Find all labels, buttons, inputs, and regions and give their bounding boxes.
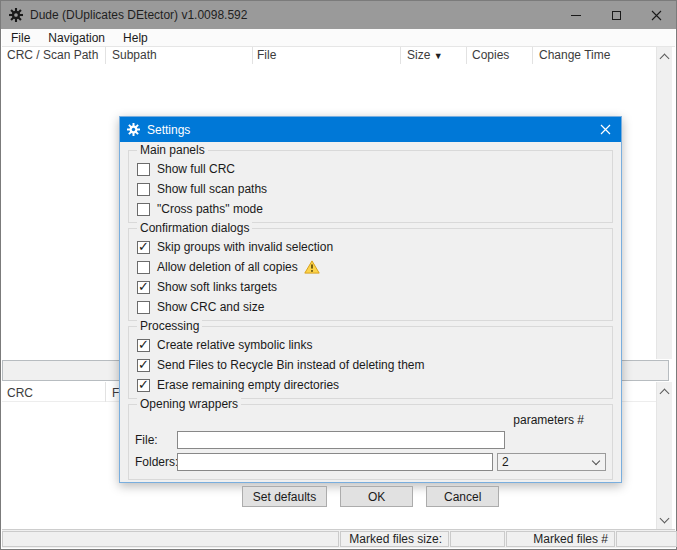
- settings-dialog: Settings Main panels Show full CRC Show …: [119, 116, 622, 483]
- cancel-button[interactable]: Cancel: [426, 486, 499, 507]
- ok-button[interactable]: OK: [340, 486, 413, 507]
- app-gear-icon: [9, 8, 23, 22]
- file-wrapper-input[interactable]: [177, 431, 505, 449]
- checkbox-row-symbolic-links[interactable]: Create relative symbolic links: [135, 335, 606, 355]
- checkbox-row-show-crc-size[interactable]: Show CRC and size: [135, 297, 606, 317]
- scroll-up-icon[interactable]: [660, 389, 670, 399]
- marked-files-size-value: [450, 531, 505, 547]
- checkbox-row-soft-links[interactable]: Show soft links targets: [135, 277, 606, 297]
- close-icon: [600, 124, 611, 135]
- maximize-button[interactable]: [596, 1, 636, 29]
- dialog-buttons: Set defaults OK Cancel: [128, 486, 613, 507]
- folders-params-value: 2: [502, 455, 509, 469]
- settings-gear-icon: [127, 123, 140, 136]
- group-title: Opening wrappers: [137, 398, 241, 411]
- checkbox-label: Show full CRC: [157, 162, 235, 176]
- col-crc-scan-path[interactable]: CRC / Scan Path: [7, 48, 98, 62]
- chevron-down-icon: [592, 456, 600, 464]
- dialog-close-button[interactable]: [589, 117, 621, 142]
- group-main-panels: Main panels Show full CRC Show full scan…: [128, 150, 613, 223]
- checkbox-label: Skip groups with invalid selection: [157, 240, 333, 254]
- minimize-icon: [571, 15, 581, 16]
- checkbox[interactable]: [137, 163, 150, 176]
- group-processing: Processing Create relative symbolic link…: [128, 326, 613, 399]
- folders-field-label: Folders:: [135, 455, 177, 469]
- checkbox[interactable]: [137, 301, 150, 314]
- checkbox-row-cross-paths-mode[interactable]: "Cross paths" mode: [135, 199, 606, 219]
- menu-help[interactable]: Help: [114, 29, 157, 47]
- lower-scrollbar[interactable]: [656, 382, 672, 530]
- checkbox[interactable]: [137, 261, 150, 274]
- checkbox-label: Send Files to Recycle Bin instead of del…: [157, 358, 424, 372]
- dialog-title: Settings: [147, 123, 190, 137]
- col-change-time[interactable]: Change Time: [539, 48, 610, 62]
- checkbox-label: Erase remaining empty directories: [157, 378, 339, 392]
- folders-params-dropdown[interactable]: 2: [497, 453, 606, 471]
- folders-wrapper-row: Folders: 2: [135, 451, 606, 472]
- set-defaults-button[interactable]: Set defaults: [242, 486, 327, 507]
- group-title: Processing: [137, 320, 202, 333]
- marked-files-count-value: [616, 531, 677, 547]
- sort-desc-icon: ▼: [434, 51, 443, 61]
- minimize-button[interactable]: [556, 1, 596, 29]
- main-window: Dude (DUplicates DEtector) v1.0098.592 F…: [0, 0, 677, 550]
- folders-wrapper-input[interactable]: [177, 453, 493, 471]
- group-opening-wrappers: Opening wrappers parameters # File: Fold…: [128, 404, 613, 480]
- checkbox-label: "Cross paths" mode: [157, 202, 263, 216]
- checkbox-label: Create relative symbolic links: [157, 338, 312, 352]
- file-field-label: File:: [135, 433, 177, 447]
- menu-navigation[interactable]: Navigation: [39, 29, 114, 47]
- menu-file[interactable]: File: [2, 29, 39, 47]
- col-file[interactable]: File: [257, 48, 276, 62]
- scroll-down-icon[interactable]: [660, 514, 670, 524]
- close-button[interactable]: [636, 1, 676, 29]
- checkbox-row-allow-deletion[interactable]: Allow deletion of all copies: [135, 257, 606, 277]
- maximize-icon: [612, 11, 621, 20]
- window-title: Dude (DUplicates DEtector) v1.0098.592: [30, 8, 247, 22]
- checkbox-row-erase-empty-dirs[interactable]: Erase remaining empty directories: [135, 375, 606, 395]
- status-general: [2, 531, 339, 547]
- marked-files-size-label: Marked files size:: [340, 531, 449, 547]
- warning-icon: [304, 260, 320, 274]
- col-size[interactable]: Size ▼: [407, 48, 443, 62]
- col-copies[interactable]: Copies: [472, 48, 509, 62]
- checkbox[interactable]: [137, 359, 150, 372]
- checkbox-label: Allow deletion of all copies: [157, 260, 298, 274]
- checkbox-label: Show soft links targets: [157, 280, 277, 294]
- checkbox[interactable]: [137, 379, 150, 392]
- close-icon: [651, 10, 662, 21]
- checkbox-label: Show CRC and size: [157, 300, 264, 314]
- status-bar: Marked files size: Marked files #: [2, 529, 675, 548]
- col-crc[interactable]: CRC: [7, 386, 33, 400]
- file-wrapper-row: File:: [135, 429, 606, 450]
- checkbox-label: Show full scan paths: [157, 182, 267, 196]
- menu-bar: File Navigation Help: [2, 29, 675, 47]
- marked-files-count-label: Marked files #: [506, 531, 615, 547]
- window-titlebar[interactable]: Dude (DUplicates DEtector) v1.0098.592: [1, 1, 676, 29]
- parameters-count-label: parameters #: [513, 413, 584, 429]
- checkbox-row-recycle-bin[interactable]: Send Files to Recycle Bin instead of del…: [135, 355, 606, 375]
- col-subpath[interactable]: Subpath: [112, 48, 157, 62]
- checkbox[interactable]: [137, 339, 150, 352]
- checkbox[interactable]: [137, 241, 150, 254]
- checkbox-row-skip-groups[interactable]: Skip groups with invalid selection: [135, 237, 606, 257]
- checkbox[interactable]: [137, 203, 150, 216]
- group-title: Main panels: [137, 144, 208, 157]
- dialog-body: Main panels Show full CRC Show full scan…: [120, 142, 621, 482]
- scroll-up-icon[interactable]: [660, 54, 670, 64]
- group-confirmation-dialogs: Confirmation dialogs Skip groups with in…: [128, 228, 613, 321]
- group-title: Confirmation dialogs: [137, 222, 252, 235]
- checkbox-row-show-full-crc[interactable]: Show full CRC: [135, 159, 606, 179]
- checkbox-row-show-full-scan-paths[interactable]: Show full scan paths: [135, 179, 606, 199]
- dialog-titlebar[interactable]: Settings: [120, 117, 621, 142]
- upper-column-header: CRC / Scan Path Subpath File Size ▼ Copi…: [2, 47, 658, 64]
- upper-scrollbar[interactable]: [656, 47, 672, 359]
- checkbox[interactable]: [137, 183, 150, 196]
- checkbox[interactable]: [137, 281, 150, 294]
